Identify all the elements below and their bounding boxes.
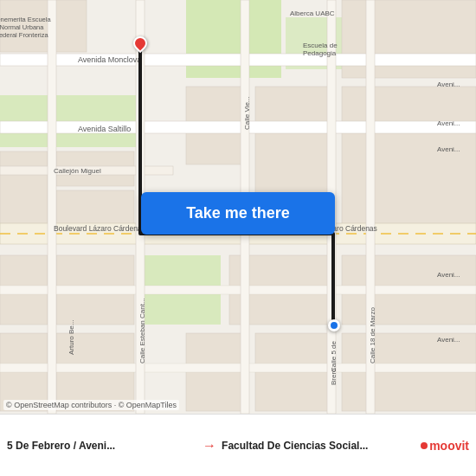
- app: Avenida Monclova Avenida Saltillo Callej…: [0, 0, 476, 476]
- map-container[interactable]: Avenida Monclova Avenida Saltillo Callej…: [0, 0, 476, 414]
- take-me-there-button[interactable]: Take me there: [141, 192, 335, 235]
- to-location: Facultad De Ciencias Social...: [222, 440, 412, 452]
- bottom-bar: 5 De Febrero / Aveni... → Facultad De Ci…: [0, 414, 476, 476]
- destination-pin: [133, 36, 147, 50]
- from-location: 5 De Febrero / Aveni...: [7, 440, 197, 452]
- map-attribution: © OpenStreetMap contributors · © OpenMap…: [3, 400, 179, 410]
- moovit-brand-text: moovit: [429, 439, 469, 453]
- moovit-logo: moovit: [421, 439, 469, 453]
- direction-arrow-icon: →: [203, 438, 216, 453]
- to-value: Facultad De Ciencias Social...: [222, 440, 412, 452]
- moovit-dot-icon: [421, 442, 428, 449]
- origin-marker: [328, 319, 340, 331]
- from-value: 5 De Febrero / Aveni...: [7, 440, 197, 452]
